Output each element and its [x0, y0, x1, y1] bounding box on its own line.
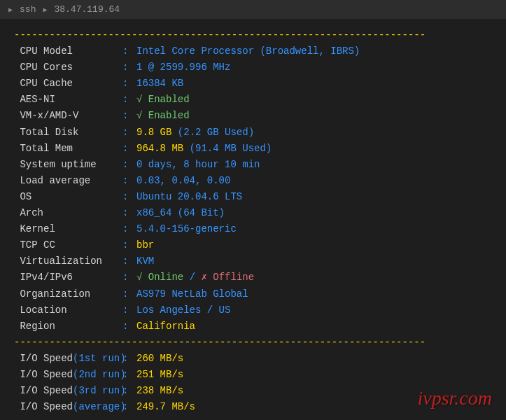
row-value: bbr	[136, 237, 154, 253]
colon: :	[122, 141, 136, 157]
ipv6-status: Offline	[213, 270, 254, 286]
info-row: Organization: AS979 NetLab Global	[14, 286, 492, 302]
row-label: OS	[14, 189, 122, 205]
row-label: AES-NI	[14, 92, 122, 108]
colon: :	[122, 76, 136, 92]
colon: :	[122, 157, 136, 173]
terminal-output[interactable]: ----------------------------------------…	[0, 19, 506, 420]
colon: :	[122, 302, 136, 318]
io-row: I/O Speed(3rd run): 238 MB/s	[14, 383, 492, 399]
check-icon: √	[136, 270, 148, 286]
row-label: I/O Speed	[14, 401, 73, 412]
colon: :	[122, 189, 136, 205]
colon: :	[122, 92, 136, 108]
io-value: 238 MB/s	[136, 383, 183, 399]
info-row: CPU Cores: 1 @ 2599.996 MHz	[14, 59, 492, 76]
ssh-label: ssh	[20, 4, 36, 15]
colon: :	[122, 205, 136, 221]
colon: :	[122, 173, 136, 189]
colon: :	[122, 367, 136, 383]
row-value: Intel Core Processor (Broadwell, IBRS)	[136, 43, 360, 59]
row-label: Total Mem	[14, 141, 122, 157]
row-label: VM-x/AMD-V	[14, 108, 122, 124]
info-row: Total Disk: 9.8 GB (2.2 GB Used)	[14, 125, 492, 141]
row-value: 964.8 MB	[136, 141, 183, 157]
separator-icon: ▶	[43, 6, 47, 14]
row-label: CPU Cache	[14, 76, 122, 92]
run-label: (1st run)	[73, 353, 126, 364]
row-value: Enabled	[148, 92, 190, 108]
io-row: I/O Speed(1st run): 260 MB/s	[14, 351, 492, 367]
row-label: Virtualization	[14, 253, 122, 270]
info-row: VM-x/AMD-V: √ Enabled	[14, 108, 492, 124]
info-row: Region: California	[14, 318, 492, 335]
row-label: I/O Speed	[14, 353, 73, 364]
colon: :	[122, 108, 136, 124]
row-value: Ubuntu 20.04.6 LTS	[136, 189, 242, 205]
info-row: Arch: x86_64 (64 Bit)	[14, 205, 492, 221]
info-row: AES-NI: √ Enabled	[14, 92, 492, 108]
colon: :	[122, 59, 136, 76]
prompt-prefix-icon: ▶	[8, 6, 13, 14]
colon: :	[122, 125, 136, 141]
row-label: I/O Speed	[14, 369, 73, 380]
info-row: OS: Ubuntu 20.04.6 LTS	[14, 189, 492, 205]
colon: :	[122, 253, 136, 270]
row-value: 0.03, 0.04, 0.00	[136, 173, 230, 189]
colon: :	[122, 318, 136, 335]
run-label: (average)	[73, 401, 126, 412]
run-label: (3rd run)	[73, 385, 126, 396]
ipv4-status: Online	[148, 270, 183, 286]
slash-separator: /	[183, 270, 201, 286]
titlebar: ▶ ssh ▶ 38.47.119.64	[0, 0, 506, 19]
info-row: IPv4/IPv6: √ Online / ✗ Offline	[14, 270, 492, 286]
row-label: I/O Speed	[14, 385, 73, 396]
io-value: 260 MB/s	[136, 351, 183, 367]
host-address: 38.47.119.64	[54, 4, 120, 15]
info-row: CPU Model: Intel Core Processor (Broadwe…	[14, 43, 492, 59]
io-row: I/O Speed(2nd run): 251 MB/s	[14, 367, 492, 383]
row-value: Enabled	[148, 108, 190, 124]
cross-icon: ✗	[201, 270, 213, 286]
info-row: Kernel: 5.4.0-156-generic	[14, 221, 492, 237]
row-value: 9.8 GB	[136, 125, 171, 141]
colon: :	[122, 43, 136, 59]
colon: :	[122, 237, 136, 253]
io-value: 249.7 MB/s	[136, 399, 195, 415]
info-row: Virtualization: KVM	[14, 253, 492, 270]
colon: :	[122, 383, 136, 399]
colon: :	[122, 270, 136, 286]
info-row: TCP CC: bbr	[14, 237, 492, 253]
row-label: Load average	[14, 173, 122, 189]
info-row: Location: Los Angeles / US	[14, 302, 492, 318]
colon: :	[122, 286, 136, 302]
info-row: Total Mem: 964.8 MB (91.4 MB Used)	[14, 141, 492, 157]
row-value: 1 @ 2599.996 MHz	[136, 59, 230, 76]
row-label: System uptime	[14, 157, 122, 173]
row-label: TCP CC	[14, 237, 122, 253]
row-label: Organization	[14, 286, 122, 302]
row-value: California	[136, 318, 195, 335]
info-row: Load average: 0.03, 0.04, 0.00	[14, 173, 492, 189]
run-label: (2nd run)	[73, 369, 126, 380]
row-value: x86_64 (64 Bit)	[136, 205, 225, 221]
colon: :	[122, 399, 136, 415]
io-value: 251 MB/s	[136, 367, 183, 383]
row-label: CPU Model	[14, 43, 122, 59]
row-label: Region	[14, 318, 122, 335]
row-value: 5.4.0-156-generic	[136, 221, 237, 237]
divider-line: ----------------------------------------…	[14, 27, 492, 43]
io-row: I/O Speed(average): 249.7 MB/s	[14, 399, 492, 415]
divider-line: ----------------------------------------…	[14, 335, 492, 351]
row-value: AS979 NetLab Global	[136, 286, 248, 302]
info-row: CPU Cache: 16384 KB	[14, 76, 492, 92]
divider-line: ----------------------------------------…	[14, 415, 492, 420]
check-icon: √	[136, 92, 148, 108]
row-label: CPU Cores	[14, 59, 122, 76]
row-value: Los Angeles / US	[136, 302, 230, 318]
row-value: 16384 KB	[136, 76, 183, 92]
row-extra: (91.4 MB Used)	[190, 141, 272, 157]
row-label: Location	[14, 302, 122, 318]
colon: :	[122, 351, 136, 367]
row-label: IPv4/IPv6	[14, 270, 122, 286]
